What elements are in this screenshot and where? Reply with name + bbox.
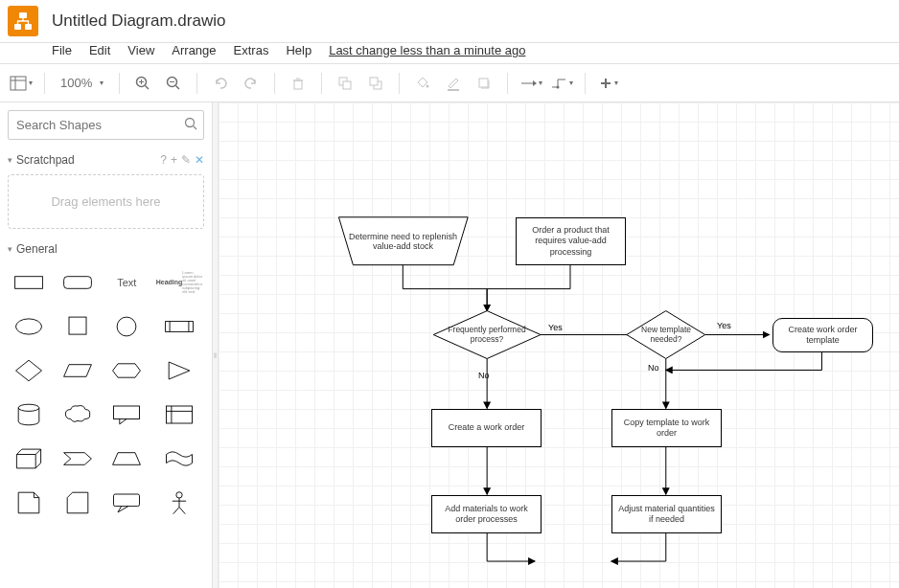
shape-text[interactable]: Text: [105, 263, 149, 302]
svg-line-7: [146, 85, 150, 89]
svg-rect-22: [479, 79, 488, 87]
general-header[interactable]: ▾ General: [8, 242, 204, 256]
node-new-template[interactable]: New template needed?: [633, 315, 700, 355]
shape-internal-storage[interactable]: [154, 396, 204, 434]
svg-rect-32: [69, 317, 86, 334]
svg-rect-29: [15, 277, 43, 289]
diagram: Determine need to replenish value-add st…: [219, 102, 899, 588]
scratchpad-header[interactable]: ▾ Scratchpad ? + ✎ ✕: [8, 153, 204, 167]
zoom-out-button[interactable]: [160, 70, 187, 97]
svg-point-31: [16, 319, 42, 334]
waypoint-button[interactable]: ▾: [548, 70, 575, 97]
shape-trapezoid[interactable]: [105, 440, 149, 478]
svg-point-27: [186, 119, 195, 127]
sidebar: ▾ Scratchpad ? + ✎ ✕ Drag elements here …: [0, 102, 213, 588]
view-mode-button[interactable]: ▾: [8, 70, 35, 97]
shape-ellipse[interactable]: [8, 307, 51, 346]
redo-button[interactable]: [238, 70, 265, 97]
label-yes2: Yes: [717, 321, 731, 330]
shape-diamond[interactable]: [8, 351, 51, 390]
svg-point-43: [176, 492, 182, 498]
scratchpad-help[interactable]: ?: [160, 153, 167, 167]
shape-note[interactable]: [8, 484, 51, 522]
node-create-template[interactable]: Create work order template: [772, 318, 873, 352]
shape-parallelogram[interactable]: [57, 351, 100, 390]
node-adjust-quantities[interactable]: Adjust material quantities if needed: [611, 495, 722, 533]
connection-button[interactable]: ▾: [518, 70, 544, 97]
menu-edit[interactable]: Edit: [89, 43, 110, 57]
svg-line-28: [194, 126, 197, 130]
svg-rect-19: [370, 78, 378, 85]
zoom-dropdown[interactable]: 100%▾: [55, 76, 109, 90]
svg-rect-42: [114, 494, 140, 507]
shape-heading[interactable]: HeadingLorem ipsum dolor sit amet consec…: [154, 263, 204, 302]
svg-rect-39: [166, 406, 192, 423]
shape-actor[interactable]: [154, 484, 204, 522]
node-add-materials[interactable]: Add materials to work order processes: [431, 495, 542, 533]
label-no1: No: [478, 371, 490, 380]
shape-process[interactable]: [154, 307, 204, 346]
toolbar: ▾ 100%▾ ▾ ▾ ▾: [0, 64, 899, 102]
menu-help[interactable]: Help: [286, 43, 311, 57]
svg-point-37: [19, 404, 40, 411]
shape-callout2[interactable]: [105, 484, 149, 522]
menu-file[interactable]: File: [52, 43, 72, 57]
menu-extras[interactable]: Extras: [234, 43, 269, 57]
shape-tape[interactable]: [154, 440, 204, 478]
node-copy-template[interactable]: Copy template to work order: [611, 409, 722, 447]
label-yes1: Yes: [548, 323, 563, 332]
shape-square[interactable]: [57, 307, 100, 346]
delete-button[interactable]: [285, 70, 311, 97]
svg-rect-17: [343, 81, 351, 89]
node-create-work-order[interactable]: Create a work order: [431, 409, 542, 447]
shape-hexagon[interactable]: [105, 351, 149, 390]
shape-card[interactable]: [57, 484, 100, 522]
node-order-product[interactable]: Order a product that requires value-add …: [516, 217, 626, 265]
fill-color-button[interactable]: [409, 70, 436, 97]
menu-view[interactable]: View: [127, 43, 154, 57]
svg-rect-3: [11, 77, 26, 90]
scratchpad-close[interactable]: ✕: [195, 153, 204, 167]
shape-rounded-rect[interactable]: [57, 263, 100, 302]
shape-step[interactable]: [57, 440, 100, 478]
shape-rectangle[interactable]: [8, 263, 51, 302]
svg-rect-13: [294, 80, 302, 89]
node-determine-need[interactable]: Determine need to replenish value-add st…: [338, 217, 468, 265]
scratchpad-add[interactable]: +: [171, 153, 177, 167]
node-frequently-performed[interactable]: Frequently performed process?: [439, 315, 535, 355]
canvas[interactable]: Determine need to replenish value-add st…: [219, 102, 899, 588]
to-back-button[interactable]: [362, 70, 389, 97]
shape-triangle[interactable]: [154, 351, 204, 390]
svg-rect-0: [19, 12, 27, 18]
svg-point-24: [557, 85, 560, 88]
svg-point-20: [426, 84, 429, 87]
search-shapes-input[interactable]: [8, 110, 204, 140]
insert-button[interactable]: ▾: [595, 70, 622, 97]
svg-rect-38: [114, 406, 140, 419]
shape-circle[interactable]: [105, 307, 149, 346]
svg-rect-1: [14, 24, 21, 30]
svg-line-47: [179, 508, 185, 514]
svg-rect-2: [25, 24, 32, 30]
svg-line-46: [173, 508, 179, 514]
shape-cylinder[interactable]: [8, 396, 51, 434]
caret-icon: ▾: [8, 155, 12, 165]
zoom-in-button[interactable]: [129, 70, 156, 97]
shadow-button[interactable]: [471, 70, 497, 97]
undo-button[interactable]: [207, 70, 234, 97]
scratchpad-edit[interactable]: ✎: [181, 153, 191, 167]
svg-rect-30: [64, 277, 92, 289]
to-front-button[interactable]: [332, 70, 358, 97]
last-change-link[interactable]: Last change less than a minute ago: [329, 43, 525, 57]
svg-line-11: [176, 85, 180, 89]
menu-arrange[interactable]: Arrange: [172, 43, 216, 57]
scratchpad-dropzone[interactable]: Drag elements here: [8, 174, 204, 229]
search-icon: [184, 117, 197, 133]
shape-callout[interactable]: [105, 396, 149, 434]
line-color-button[interactable]: [440, 70, 467, 97]
shape-cloud[interactable]: [57, 396, 100, 434]
menubar: File Edit View Arrange Extras Help Last …: [0, 43, 899, 64]
document-title[interactable]: Untitled Diagram.drawio: [52, 11, 225, 31]
shape-cube[interactable]: [8, 440, 51, 478]
label-no2: No: [648, 363, 659, 373]
